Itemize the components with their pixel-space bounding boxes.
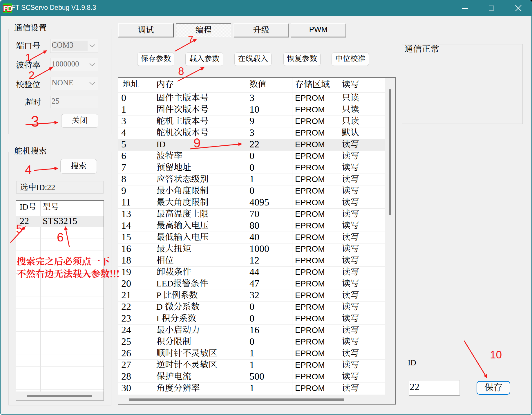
svg-text:8: 8: [178, 65, 184, 77]
svg-text:10: 10: [490, 349, 502, 361]
